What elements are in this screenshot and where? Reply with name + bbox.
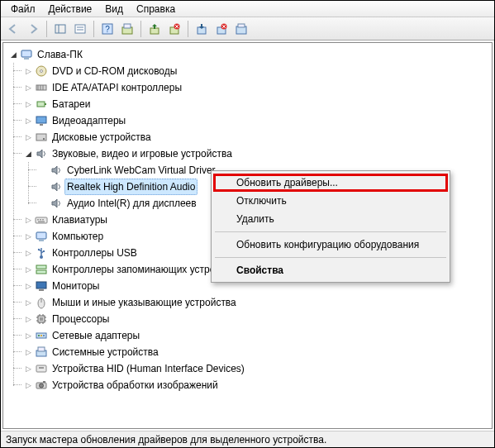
- tree-item[interactable]: ▷Видеоадаптеры: [23, 112, 490, 129]
- tree-item-label: Дисковые устройства: [50, 129, 154, 145]
- tree-twisty-icon[interactable]: ▷: [23, 364, 33, 374]
- tb-help-button[interactable]: ?: [98, 20, 117, 38]
- tree-item[interactable]: ▷DVD и CD-ROM дисководы: [23, 63, 490, 79]
- svg-rect-30: [45, 103, 46, 105]
- tree-twisty-icon[interactable]: ▷: [23, 265, 33, 274]
- svg-point-71: [40, 384, 44, 388]
- svg-point-44: [38, 249, 40, 250]
- tb-properties-button[interactable]: [71, 20, 89, 38]
- svg-rect-36: [37, 219, 39, 221]
- tree-item-label: DVD и CD-ROM дисководы: [50, 63, 179, 79]
- menu-action[interactable]: Действие: [42, 2, 99, 17]
- context-menu-item[interactable]: Удалить: [213, 210, 448, 228]
- toolbar-separator: [188, 21, 188, 37]
- tree-item-label: Видеоадаптеры: [50, 112, 128, 129]
- context-menu-item[interactable]: Отключить: [213, 192, 448, 210]
- nav-back-button[interactable]: [4, 20, 22, 38]
- tree-twisty-icon[interactable]: ▷: [23, 99, 33, 109]
- tree-twisty-icon[interactable]: ▷: [23, 215, 33, 225]
- system-icon: [35, 346, 48, 359]
- tree-twisty-icon[interactable]: ▷: [23, 132, 33, 142]
- tree-twisty-icon[interactable]: ▷: [23, 231, 33, 241]
- tb-refresh-button[interactable]: [232, 20, 250, 38]
- svg-point-24: [40, 70, 43, 73]
- tree-item[interactable]: ▷Устройства HID (Human Interface Devices…: [23, 360, 490, 377]
- tree-twisty-icon[interactable]: ▷: [23, 380, 33, 390]
- tree-twisty-icon[interactable]: ▷: [23, 347, 33, 357]
- tree-item-label: Батареи: [50, 96, 93, 112]
- tree-item[interactable]: ◢Звуковые, видео и игровые устройства: [23, 145, 490, 162]
- imaging-icon: [35, 379, 48, 392]
- svg-point-34: [43, 138, 45, 140]
- svg-rect-32: [40, 124, 43, 126]
- tb-disable-button[interactable]: [193, 20, 211, 38]
- tree-item-label: IDE ATA/ATAPI контроллеры: [50, 79, 184, 96]
- display-icon: [35, 114, 48, 127]
- menu-bar: Файл Действие Вид Справка: [1, 1, 494, 17]
- tree-root-label: Слава-ПК: [35, 46, 85, 63]
- tree-twisty-icon[interactable]: ▷: [23, 314, 33, 324]
- tree-twisty-icon[interactable]: ▷: [23, 83, 33, 93]
- tb-show-hide-button[interactable]: [51, 20, 69, 38]
- keyboard-icon: [35, 213, 48, 226]
- status-text: Запуск мастера обновления драйверов для …: [6, 434, 326, 446]
- tree-item[interactable]: ▷Системные устройства: [23, 344, 490, 360]
- tree-item-label: Клавиатуры: [50, 212, 110, 228]
- menu-file[interactable]: Файл: [4, 2, 42, 17]
- svg-rect-8: [124, 24, 131, 28]
- tb-remove-button[interactable]: [212, 20, 231, 38]
- computer-icon: [20, 48, 33, 61]
- svg-rect-40: [36, 232, 46, 239]
- tree-twisty-icon[interactable]: ▷: [23, 281, 33, 291]
- svg-rect-31: [36, 117, 46, 123]
- tree-item[interactable]: ▷Сетевые адаптеры: [23, 327, 490, 344]
- svg-rect-38: [42, 219, 44, 221]
- svg-rect-46: [36, 265, 46, 269]
- svg-rect-67: [38, 347, 45, 351]
- svg-point-65: [43, 335, 45, 336]
- svg-rect-49: [39, 289, 44, 291]
- svg-rect-20: [238, 24, 245, 27]
- svg-rect-21: [21, 50, 31, 57]
- tb-uninstall-button[interactable]: [165, 20, 183, 38]
- context-menu-item[interactable]: Обновить драйверы...: [213, 174, 448, 192]
- tree-root-item[interactable]: ◢Слава-ПК: [8, 46, 490, 63]
- svg-rect-39: [38, 222, 45, 223]
- tree-twisty-icon[interactable]: ▷: [23, 331, 33, 341]
- tree-item[interactable]: ▷Дисковые устройства: [23, 129, 490, 145]
- nav-forward-button[interactable]: [24, 20, 42, 38]
- tree-twisty-icon[interactable]: ▷: [23, 248, 33, 258]
- hid-icon: [35, 362, 48, 375]
- svg-rect-29: [37, 102, 45, 107]
- tree-item[interactable]: ▷Процессоры: [23, 311, 490, 327]
- tree-twisty-icon[interactable]: ◢: [23, 149, 33, 159]
- svg-text:?: ?: [105, 25, 110, 34]
- svg-rect-33: [36, 134, 46, 141]
- tree-item[interactable]: ▷Устройства обработки изображений: [23, 377, 490, 393]
- toolbar-separator: [140, 21, 141, 37]
- context-menu-separator: [215, 231, 446, 232]
- tb-update-driver-button[interactable]: [145, 20, 164, 38]
- cpu-icon: [35, 312, 48, 326]
- menu-help[interactable]: Справка: [130, 2, 182, 17]
- toolbar: ?: [1, 17, 494, 41]
- tree-item-label: Процессоры: [50, 311, 112, 327]
- tree-item[interactable]: ▷Мыши и иные указывающие устройства: [23, 294, 490, 311]
- mouse-icon: [35, 296, 48, 309]
- tree-twisty-icon[interactable]: ◢: [8, 50, 18, 60]
- svg-rect-9: [150, 28, 159, 34]
- svg-rect-45: [43, 250, 45, 252]
- context-menu-separator: [215, 257, 446, 258]
- context-menu-item[interactable]: Свойства: [213, 261, 448, 279]
- tree-item[interactable]: ▷Батареи: [23, 96, 490, 112]
- tree-item-label: Аудио Intel(R) для дисплеев: [64, 195, 199, 212]
- tree-twisty-icon[interactable]: ▷: [23, 298, 33, 307]
- computer-icon: [35, 230, 48, 243]
- tree-item[interactable]: ▷IDE ATA/ATAPI контроллеры: [23, 79, 490, 96]
- tree-twisty-icon[interactable]: ▷: [23, 66, 33, 76]
- monitor-icon: [35, 279, 48, 293]
- context-menu-item[interactable]: Обновить конфигурацию оборудования: [213, 236, 448, 254]
- tree-twisty-icon[interactable]: ▷: [23, 116, 33, 126]
- tb-scan-button[interactable]: [118, 20, 136, 38]
- menu-view[interactable]: Вид: [98, 2, 130, 17]
